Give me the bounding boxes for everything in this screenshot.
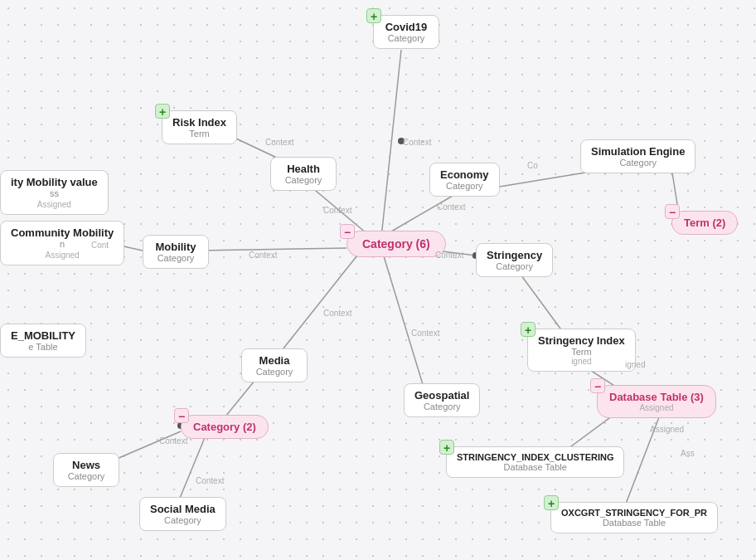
category-center-minus-btn[interactable]: − (340, 224, 355, 239)
context-label-sm: Context (196, 476, 224, 485)
sim-engine-node[interactable]: Simulation Engine Category (580, 139, 695, 173)
stringency-index-plus-btn[interactable]: + (521, 322, 536, 337)
mobility-table-node[interactable]: E_MOBILITY e Table (0, 324, 86, 358)
covid19-plus-btn[interactable]: + (366, 8, 381, 23)
db-table3-minus-btn[interactable]: − (590, 378, 605, 393)
svg-line-16 (622, 407, 663, 514)
risk-index-title: Risk Index (172, 116, 226, 129)
term2-minus-btn[interactable]: − (665, 204, 680, 219)
term2-title: Term (2) (684, 217, 725, 229)
si-title: Stringency Index (538, 334, 625, 347)
si-clustering-plus-btn[interactable]: + (439, 440, 454, 455)
media-sub: Category (252, 367, 297, 377)
context-label-cat2: Context (159, 436, 187, 446)
svg-line-8 (274, 248, 363, 361)
risk-index-plus-btn[interactable]: + (155, 104, 170, 119)
covid19-node[interactable]: + Covid19 Category (373, 15, 439, 49)
mt-title: E_MOBILITY (11, 329, 75, 342)
media-title: Media (252, 354, 297, 367)
context-label-6: Context (249, 251, 277, 260)
geospatial-title: Geospatial (414, 389, 469, 402)
db-table3-node[interactable]: − Database Table (3) Assigned (597, 385, 716, 418)
context-label-3: Co (527, 161, 538, 170)
community-mobility-value-node[interactable]: ity Mobility value ss Assigned (0, 170, 109, 215)
svg-line-5 (201, 248, 346, 251)
health-node[interactable]: Health Category (270, 157, 337, 191)
mobility-sub: Category (153, 253, 198, 263)
news-title: News (64, 459, 109, 471)
stringency-node[interactable]: Stringency Category (476, 243, 553, 277)
context-label-5: Context (437, 202, 465, 212)
svg-line-0 (381, 50, 401, 237)
cm-value-title: ity Mobility value (11, 176, 98, 188)
si-sub: Term (538, 347, 625, 357)
cm-assigned-label: Assigned (11, 200, 98, 209)
si-clustering-title: STRINGENCY_INDEX_CLUSTERING (457, 452, 613, 462)
oxcgrt-plus-btn[interactable]: + (544, 495, 559, 510)
news-node[interactable]: News Category (53, 453, 119, 487)
context-label-4: Context (323, 206, 351, 215)
category-center-node[interactable]: − Category (6) (346, 231, 446, 257)
sim-engine-sub: Category (591, 158, 685, 168)
stringency-title: Stringency (487, 249, 542, 261)
si-clustering-node[interactable]: + STRINGENCY_INDEX_CLUSTERING Database T… (446, 446, 624, 478)
category2-node[interactable]: − Category (2) (181, 415, 269, 439)
economy-title: Economy (440, 168, 489, 181)
assigned-label-db: Assigned (650, 425, 684, 434)
covid19-sub: Category (384, 33, 429, 43)
category-center-title: Category (6) (362, 237, 430, 251)
economy-sub: Category (440, 181, 489, 191)
db-assigned-label: Assigned (609, 403, 704, 412)
category2-minus-btn[interactable]: − (174, 408, 189, 423)
oxcgrt-sub: Database Table (561, 518, 707, 528)
mobility-node[interactable]: Mobility Category (143, 235, 209, 269)
oxcgrt-node[interactable]: + OXCGRT_STRINGENCY_FOR_PR Database Tabl… (550, 502, 718, 533)
sm-title: Social Media (150, 503, 216, 515)
community-mobility-node[interactable]: Community Mobility n Assigned (0, 221, 124, 265)
cm-assigned2-label: Assigned (11, 251, 114, 260)
svg-point-19 (398, 138, 405, 144)
social-media-node[interactable]: Social Media Category (139, 497, 226, 531)
sim-engine-title: Simulation Engine (591, 145, 685, 158)
term2-node[interactable]: − Term (2) (671, 211, 738, 235)
ass-label: Ass (681, 449, 695, 458)
health-title: Health (281, 163, 326, 175)
mobility-title: Mobility (153, 241, 198, 253)
si-clustering-sub: Database Table (457, 462, 613, 472)
health-sub: Category (281, 175, 326, 185)
svg-line-9 (381, 248, 424, 390)
svg-line-13 (177, 436, 206, 506)
covid19-title: Covid19 (384, 21, 429, 33)
sm-sub: Category (150, 515, 216, 525)
cm-value-sub: ss (11, 188, 98, 198)
stringency-sub: Category (487, 261, 542, 271)
mt-sub: e Table (11, 342, 75, 352)
geospatial-sub: Category (414, 402, 469, 411)
db-table3-title: Database Table (3) (609, 391, 704, 403)
media-node[interactable]: Media Category (241, 348, 308, 382)
context-label-1: Context (265, 138, 293, 147)
si-assigned-label: igned (538, 357, 625, 366)
oxcgrt-title: OXCGRT_STRINGENCY_FOR_PR (561, 508, 707, 518)
risk-index-node[interactable]: + Risk Index Term (162, 110, 237, 144)
category2-title: Category (2) (193, 421, 256, 433)
context-label-8: Context (323, 309, 351, 318)
context-label-9: Context (411, 329, 439, 338)
stringency-index-node[interactable]: + Stringency Index Term igned (527, 329, 636, 372)
economy-node[interactable]: Economy Category (429, 163, 500, 197)
context-label-2: Context (403, 138, 431, 147)
cm-sub: n (11, 239, 114, 249)
risk-index-sub: Term (172, 129, 226, 139)
geospatial-node[interactable]: Geospatial Category (404, 383, 480, 417)
news-sub: Category (64, 471, 109, 481)
cm-title: Community Mobility (11, 226, 114, 239)
